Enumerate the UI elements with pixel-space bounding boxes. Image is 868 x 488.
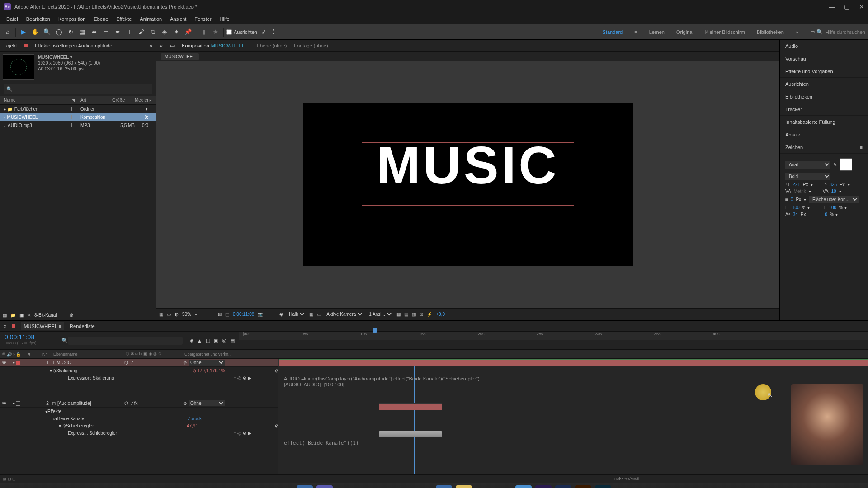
menu-ansicht[interactable]: Ansicht: [166, 15, 190, 23]
snap-icon[interactable]: ⤢: [259, 27, 269, 37]
film-icon[interactable]: ▮: [199, 27, 209, 37]
tb-teams[interactable]: 👥: [316, 485, 333, 488]
s2[interactable]: 0: [825, 212, 827, 217]
motion-blur-icon[interactable]: ◎: [222, 338, 226, 343]
vp-rulers-icon[interactable]: ▤: [404, 312, 408, 317]
timeline-close-icon[interactable]: ×: [4, 324, 6, 329]
hand-tool-icon[interactable]: ✋: [30, 27, 40, 37]
layer-1-expression[interactable]: Expression: Skalierung≡ ◎ ⊘ ▶: [0, 374, 278, 381]
menu-datei[interactable]: Datei: [3, 15, 22, 23]
interpret-icon[interactable]: ▦: [3, 313, 7, 318]
tab-project[interactable]: ojekt: [4, 42, 19, 50]
tab-effect-settings[interactable]: Effekteinstellungen Audioamplitude: [32, 42, 115, 50]
layer-1-scale[interactable]: ▾ ⊙ Skalierung⊘ 179,1,179,1%⊘: [0, 367, 278, 374]
footer-mode[interactable]: Schalter/Modi: [614, 477, 639, 481]
panel-content-aware[interactable]: Inhaltsbasierte Füllung: [780, 116, 868, 128]
tb-notes[interactable]: 📝: [456, 485, 472, 488]
graph-editor-icon[interactable]: ▤: [230, 338, 235, 343]
audio-icon[interactable]: 🔊: [7, 352, 12, 357]
col-name[interactable]: Name: [4, 98, 71, 103]
comp-flow-icon[interactable]: ▭: [170, 42, 175, 48]
panel-menu-icon[interactable]: ≡: [860, 145, 863, 150]
layer-2[interactable]: [0, 381, 278, 399]
zoom-select[interactable]: 50%: [182, 312, 191, 317]
workspace-panel-icon[interactable]: ▭: [810, 29, 815, 35]
vp-res-icon[interactable]: ⊞: [218, 312, 222, 317]
resolution-select[interactable]: Halb: [287, 311, 306, 317]
visibility-icon[interactable]: 👁: [2, 352, 6, 357]
menu-komposition[interactable]: Komposition: [55, 15, 90, 23]
new-comp-icon[interactable]: ▣: [19, 313, 24, 318]
close-button[interactable]: ✕: [859, 3, 864, 10]
panel-vorschau[interactable]: Vorschau: [780, 52, 868, 65]
panel-libraries[interactable]: Bibliotheken: [780, 90, 868, 103]
vscale[interactable]: 100: [829, 205, 836, 210]
comp-mini-flow-icon[interactable]: ◈: [190, 338, 193, 343]
pan-behind-icon[interactable]: ⬌: [89, 27, 99, 37]
vp-alpha-icon[interactable]: ◐: [175, 312, 179, 317]
workspace-bibliotheken[interactable]: Bibliotheken: [757, 29, 784, 35]
vp-colormgmt-icon[interactable]: ◉: [279, 312, 283, 317]
tb-app2[interactable]: 📘: [515, 485, 532, 488]
s1[interactable]: 34: [793, 212, 798, 217]
col-parent[interactable]: Übergeordnet und verkn...: [184, 352, 868, 357]
search-help-input[interactable]: Hilfe durchsuchen: [826, 29, 865, 35]
project-search[interactable]: 🔍: [4, 84, 152, 94]
menu-ebene[interactable]: Ebene: [90, 15, 112, 23]
menu-fenster[interactable]: Fenster: [191, 15, 215, 23]
lock-icon[interactable]: 🔒: [16, 352, 21, 357]
col-size[interactable]: Größe: [112, 98, 135, 103]
layer-2-slider[interactable]: ▾ ⊙ Schieberegler47,91⊘: [0, 422, 278, 429]
camera-tool-icon[interactable]: ▦: [77, 27, 87, 37]
camera-select[interactable]: Aktive Kamera: [325, 311, 363, 317]
tab-layer[interactable]: Ebene (ohne): [257, 43, 287, 48]
stroke-opt[interactable]: Fläche über Kon...: [809, 196, 859, 203]
timeline-search[interactable]: [68, 337, 183, 345]
workspace-menu-icon[interactable]: ≡: [634, 29, 637, 35]
vp-mask-icon[interactable]: ▭: [167, 312, 171, 317]
project-row-comp[interactable]: ▫ MUSICWHEEL Komposition0:: [0, 113, 156, 121]
tb-lr[interactable]: Lr: [595, 485, 611, 488]
new-folder-icon[interactable]: 📁: [10, 313, 16, 318]
tb-taskview[interactable]: ▭: [277, 485, 293, 488]
tab-footage[interactable]: Footage (ohne): [294, 43, 328, 48]
tb-ae[interactable]: Ae: [535, 485, 552, 488]
maximize-button[interactable]: ▢: [844, 3, 850, 10]
workspace-lernen[interactable]: Lernen: [649, 29, 665, 35]
tb-app1[interactable]: ⬚: [396, 485, 412, 488]
solo-icon[interactable]: ○: [13, 352, 15, 357]
trash-icon[interactable]: 🗑: [69, 313, 74, 318]
vp-grid-icon[interactable]: ▦: [159, 312, 163, 317]
tb-obs[interactable]: ◎: [476, 485, 492, 488]
current-time[interactable]: 0:00:11:08: [5, 333, 54, 341]
tb-whatsapp[interactable]: 💬: [336, 485, 353, 488]
panel-tracker[interactable]: Tracker: [780, 103, 868, 116]
label-col-icon[interactable]: ◥: [27, 352, 30, 357]
col-label[interactable]: ◥: [71, 98, 80, 103]
tb-ai[interactable]: Ai: [575, 485, 591, 488]
zoom-tool-icon[interactable]: 🔍: [42, 27, 52, 37]
workspace-kleiner[interactable]: Kleiner Bildschirm: [705, 29, 745, 35]
vp-guides-icon[interactable]: ▦: [396, 312, 401, 317]
comp-tab-prev-icon[interactable]: «: [160, 43, 163, 48]
star-icon[interactable]: ★: [211, 27, 221, 37]
shy-icon[interactable]: ◫: [206, 338, 210, 343]
puppet-tool-icon[interactable]: 📌: [183, 27, 193, 37]
layer-2-bar[interactable]: [379, 403, 442, 410]
tb-start[interactable]: ⊞: [237, 485, 253, 488]
vp-transparent-icon[interactable]: ▦: [309, 312, 313, 317]
tb-app3[interactable]: 📦: [615, 485, 631, 488]
workspace-original[interactable]: Original: [676, 29, 693, 35]
expression-text-2[interactable]: effect("Beide Kanäle")(1): [284, 440, 359, 446]
panel-expand-icon[interactable]: »: [150, 43, 152, 48]
selection-tool-icon[interactable]: ▶: [19, 27, 28, 37]
font-size[interactable]: 221: [793, 182, 800, 187]
menu-bearbeiten[interactable]: Bearbeiten: [23, 15, 54, 23]
parent-select-2[interactable]: Ohne: [189, 400, 225, 406]
tb-messenger[interactable]: 💬: [416, 485, 432, 488]
font-style-select[interactable]: Bold: [785, 173, 830, 180]
roto-tool-icon[interactable]: ✦: [171, 27, 181, 37]
layer-1-bar[interactable]: [278, 359, 868, 366]
layer-2-expression[interactable]: Express... Schieberegler≡ ◎ ⊘ ▶: [0, 429, 278, 436]
minimize-button[interactable]: —: [829, 3, 835, 10]
